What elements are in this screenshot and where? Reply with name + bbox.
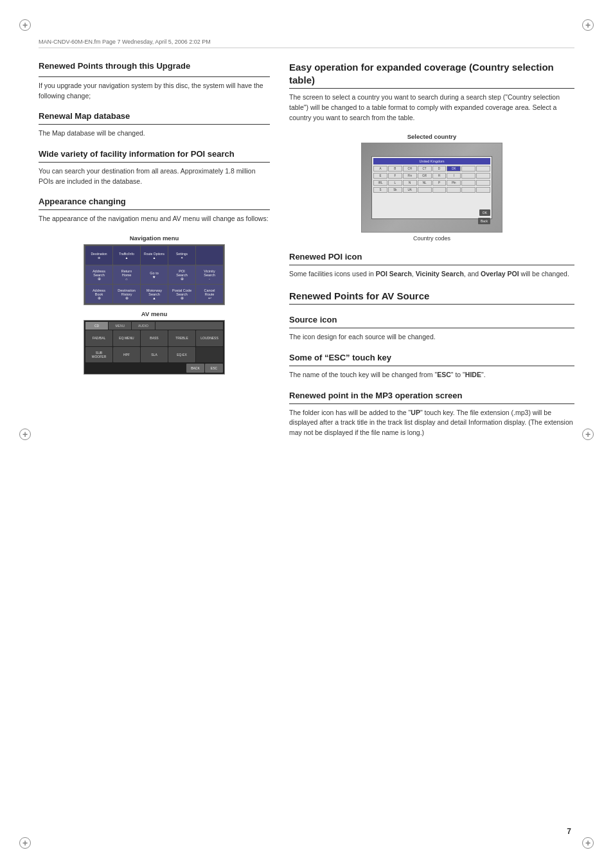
header-line: MAN-CNDV-60M-EN.fm Page 7 Wednesday, Apr… <box>39 39 574 48</box>
nav-cell-settings: Settings✦ <box>168 246 195 265</box>
country-grid-row1: A B CH CT D DK <box>373 166 490 172</box>
av-btn-esc: ESC <box>205 364 223 373</box>
section-renewal-map: Renewal Map database The Map database wi… <box>39 111 270 139</box>
country-table-inner: United Kingdom A B CH CT D DK E F <box>371 156 492 219</box>
body-renewed-poi-icon: Some facilities icons used in POI Search… <box>289 269 574 279</box>
title-source-icon: Source icon <box>289 315 574 328</box>
cc-r4e5 <box>432 187 447 193</box>
av-btn-eq-menu: EQ MENU <box>113 330 140 346</box>
nav-menu-label: Navigation menu <box>39 235 270 242</box>
av-buttons-row2: SUBWOOFER HPF SLA EQ-EX <box>85 347 223 363</box>
reg-mark-mid-right <box>582 429 594 440</box>
av-top-menu: MENU <box>109 322 131 330</box>
cc-CT: CT <box>418 166 432 172</box>
reg-mark-bottom-left <box>19 837 31 849</box>
cc-D: D <box>432 166 447 172</box>
selected-country-label: Selected country <box>289 133 574 140</box>
av-menu-image: CD MENU AUDIO FAD/BAL EQ MENU BASS TREBL… <box>84 320 225 375</box>
country-selection-image: United Kingdom A B CH CT D DK E F <box>361 143 502 233</box>
cc-Sk: Sk <box>388 187 402 193</box>
cc-r1e8 <box>476 166 490 172</box>
title-renewed-poi-icon: Renewed POI icon <box>289 252 574 265</box>
cc-N: N <box>403 180 417 186</box>
content-columns: Renewed Points through this Upgrade If y… <box>39 61 574 448</box>
section-easy-operation: Easy operation for expanded coverage (Co… <box>289 61 574 123</box>
nav-cell-postal-code: Postal CodeSearch⊕ <box>168 285 195 303</box>
section-source-icon: Source icon The icon design for each sou… <box>289 315 574 342</box>
title-appearance-changing: Appearance changing <box>39 197 270 210</box>
cc-r4e6 <box>447 187 461 193</box>
nav-cell-empty-top <box>196 246 223 265</box>
cc-A: A <box>373 166 387 172</box>
page: MAN-CNDV-60M-EN.fm Page 7 Wednesday, Apr… <box>0 0 613 868</box>
reg-mark-mid-left <box>19 429 31 440</box>
country-grid-row4: S Sk UA <box>373 187 490 193</box>
nav-cell-dest-history: DestinationHistory⊕ <box>113 285 140 303</box>
page-number: 7 <box>567 827 571 836</box>
av-btn-sub-woofer: SUBWOOFER <box>85 347 112 363</box>
cc-S: S <box>373 187 387 193</box>
av-btn-back: BACK <box>186 364 204 373</box>
section-esc-touch-key: Some of “ESC” touch key The name of the … <box>289 353 574 380</box>
nav-cell-go-to: Go to★ <box>141 265 168 284</box>
reg-mark-bottom-right <box>582 837 594 849</box>
nav-cell-vicinity-search: VicinitySearch- <box>196 265 223 284</box>
nav-cell-return-home: ReturnHome⌂ <box>113 265 140 284</box>
reg-mark-top-right <box>582 19 594 31</box>
nav-cell-traffic: Traffic/Info▲ <box>113 246 140 265</box>
av-btn-treble: TREBLE <box>168 330 195 346</box>
cc-r4e7 <box>461 187 475 193</box>
cc-UA: UA <box>403 187 417 193</box>
av-btn-fad-bal: FAD/BAL <box>85 330 112 346</box>
section-appearance-changing: Appearance changing The appearance of th… <box>39 197 270 224</box>
cc-r4e8 <box>476 187 490 193</box>
nav-cell-cancel-route: CancelRoute↩ <box>196 285 223 303</box>
cc-E: E <box>373 173 387 179</box>
right-column: Easy operation for expanded coverage (Co… <box>289 61 574 448</box>
reg-mark-top-left <box>19 19 31 31</box>
cc-CH: CH <box>403 166 417 172</box>
nav-cell-route-options: Route Options▲ <box>141 246 168 265</box>
cc-IRL: IRL <box>373 180 387 186</box>
section-wide-variety: Wide variety of facility information for… <box>39 149 270 186</box>
body-appearance-changing: The appearance of the navigation menu an… <box>39 214 270 224</box>
section-title-group-upgrade: Renewed Points through this Upgrade <box>39 61 270 77</box>
section-renewed-points-av-source: Renewed Points for AV Source <box>289 290 574 305</box>
body-wide-variety: You can search your destination from all… <box>39 166 270 187</box>
section-renewed-points-upgrade: Renewed Points through this Upgrade If y… <box>39 61 270 101</box>
cc-I: I <box>447 173 461 179</box>
av-top-audio: AUDIO <box>132 322 154 330</box>
body-easy-operation: The screen to select a country you want … <box>289 93 574 123</box>
body-source-icon: The icon design for each source will be … <box>289 332 574 342</box>
av-btn-loudness: LOUDNESS <box>196 330 223 346</box>
cc-P: P <box>432 180 447 186</box>
av-menu-label: AV menu <box>39 310 270 317</box>
nav-cell-address-search: AddressSearch⊕ <box>85 265 112 284</box>
cc-B: B <box>388 166 402 172</box>
av-menu-inner: CD MENU AUDIO FAD/BAL EQ MENU BASS TREBL… <box>84 321 224 374</box>
av-btn-hpf: HPF <box>113 347 140 363</box>
country-back-button: Back <box>478 218 490 224</box>
body-renewal-map: The Map database will be changed. <box>39 128 270 139</box>
av-top-bar: CD MENU AUDIO <box>85 322 223 330</box>
cc-r3e8 <box>476 180 490 186</box>
av-end-buttons: BACK ESC <box>85 364 223 373</box>
cc-r2e7 <box>461 173 475 179</box>
title-esc-touch-key: Some of “ESC” touch key <box>289 353 574 366</box>
country-grid-row2: E F FIn GR H I <box>373 173 490 179</box>
nav-cell-poi-search: POISearch⊕ <box>168 265 195 284</box>
section-mp3-operation: Renewed point in the MP3 operation scree… <box>289 391 574 438</box>
country-codes-label: Country codes <box>289 235 574 242</box>
nav-cell-destination: Destination⊕ <box>85 246 112 265</box>
av-buttons-row1: FAD/BAL EQ MENU BASS TREBLE LOUDNESS <box>85 330 223 346</box>
section-renewed-poi-icon: Renewed POI icon Some facilities icons u… <box>289 252 574 279</box>
cc-GR: GR <box>418 173 432 179</box>
title-renewed-points-av-source: Renewed Points for AV Source <box>289 290 574 305</box>
body-esc-touch-key: The name of the touch key will be change… <box>289 370 574 380</box>
cc-DK: DK <box>447 166 461 172</box>
country-table-title: United Kingdom <box>373 158 490 164</box>
cc-r3e7 <box>461 180 475 186</box>
cc-L: L <box>388 180 402 186</box>
av-btn-sla: SLA <box>141 347 168 363</box>
title-wide-variety: Wide variety of facility information for… <box>39 149 270 163</box>
